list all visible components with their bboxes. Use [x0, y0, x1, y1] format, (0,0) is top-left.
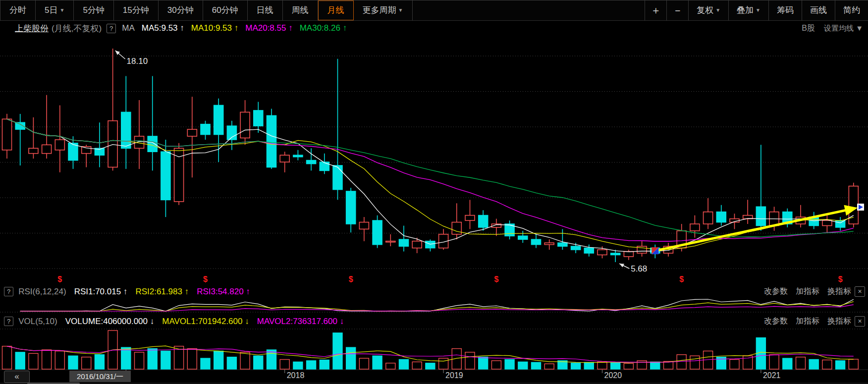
legend-link-设置均线[interactable]: 设置均线 ▼ — [824, 24, 863, 33]
candle — [558, 229, 567, 250]
toolbar-button-筹码[interactable]: 筹码 — [768, 0, 802, 20]
volume-bar — [333, 333, 342, 369]
candle — [690, 216, 700, 238]
candle — [426, 239, 435, 251]
dividend-marker[interactable]: $ — [494, 275, 498, 283]
candle — [359, 217, 369, 241]
candle — [29, 117, 38, 159]
dividend-marker[interactable]: $ — [679, 275, 684, 283]
candle — [121, 76, 131, 169]
tab-30分钟[interactable]: 30分钟 — [159, 0, 203, 20]
rsi-close-icon[interactable]: × — [855, 286, 865, 297]
vol-help-icon[interactable]: ? — [4, 317, 13, 326]
volume-bar — [254, 356, 263, 369]
toolbar-button-简约[interactable]: 简约 — [835, 0, 868, 20]
candle — [465, 200, 475, 229]
volume-bar — [730, 360, 739, 370]
toolbar-button-叠加[interactable]: 叠加▼ — [728, 0, 768, 20]
volume-bar — [611, 363, 620, 369]
volume-bar — [664, 361, 673, 369]
dividend-marker[interactable]: $ — [203, 275, 208, 283]
panel-link-换指标[interactable]: 换指标 — [827, 316, 851, 327]
candle — [439, 229, 448, 250]
tab-日线[interactable]: 日线 — [248, 0, 283, 20]
panel-link-改参数[interactable]: 改参数 — [764, 286, 788, 297]
vol-header: ? VOL(5,10) VOLUME:406000.000 ↓MAVOL1:70… — [0, 314, 868, 329]
volume-bar — [29, 353, 38, 369]
volume-bar — [651, 362, 660, 369]
volume-bar — [479, 357, 488, 369]
candle — [15, 114, 25, 165]
volume-bar — [227, 357, 236, 369]
dividend-marker[interactable]: $ — [57, 275, 62, 283]
volume-bar — [836, 361, 845, 369]
candle — [201, 121, 210, 140]
help-icon[interactable]: ? — [107, 24, 116, 33]
candle — [267, 109, 276, 168]
volume-bar — [148, 349, 157, 369]
candle — [214, 99, 223, 162]
collapse-left-button[interactable]: « — [4, 371, 30, 383]
volume-bar — [532, 362, 541, 369]
legend-right-links: B股设置均线 ▼ — [793, 21, 863, 36]
tab-5分钟[interactable]: 5分钟 — [74, 0, 113, 20]
candle — [68, 136, 78, 169]
tab-5日[interactable]: 5日▼ — [36, 0, 74, 20]
candle — [479, 210, 488, 231]
chevron-down-icon: ▼ — [398, 7, 403, 13]
ma-values: MA5:9.53 ↑MA10:9.53 ↑MA20:8.55 ↑MA30:8.2… — [135, 23, 347, 33]
volume-bar — [373, 356, 382, 369]
tab-15分钟[interactable]: 15分钟 — [114, 0, 159, 20]
volume-bar — [320, 360, 329, 369]
rsi-help-icon[interactable]: ? — [4, 287, 13, 296]
date-axis: « 2016/10/31/一 2018201920202021 — [0, 370, 868, 383]
panel-link-改参数[interactable]: 改参数 — [764, 316, 788, 327]
low-price-annotation: 5.68 — [631, 264, 647, 274]
candle — [849, 183, 858, 227]
high-price-annotation: 18.10 — [127, 56, 148, 66]
ma-legend-value: MA30:8.26 ↑ — [300, 23, 347, 33]
stock-name[interactable]: 上柴股份 — [15, 23, 49, 34]
dividend-marker[interactable]: $ — [349, 275, 353, 283]
volume-bar — [584, 362, 594, 369]
toolbar-button-＋[interactable]: ＋ — [645, 0, 666, 20]
panel-link-换指标[interactable]: 换指标 — [827, 286, 851, 297]
first-bar-date-label: 2016/10/31/一 — [69, 371, 131, 382]
candle — [716, 205, 726, 226]
candle — [55, 106, 64, 172]
toolbar-button-复权[interactable]: 复权▼ — [688, 0, 728, 20]
indicator-value: MAVOL2:736317.600 ↓ — [257, 317, 344, 326]
toolbar: 分时5日▼5分钟15分钟30分钟60分钟日线周线月线更多周期▼ ＋－复权▼叠加▼… — [0, 0, 868, 21]
tab-60分钟[interactable]: 60分钟 — [203, 0, 248, 20]
indicator-value: RSI3:54.820 ↑ — [197, 287, 250, 296]
tab-周线[interactable]: 周线 — [283, 0, 318, 20]
tab-更多周期[interactable]: 更多周期▼ — [354, 0, 413, 20]
legend-link-B股[interactable]: B股 — [802, 23, 815, 34]
candle — [280, 152, 289, 172]
candle — [756, 145, 765, 231]
tab-分时[interactable]: 分时 — [0, 0, 36, 20]
dividend-marker[interactable]: $ — [838, 275, 843, 283]
volume-bar — [359, 358, 369, 369]
volume-bar — [597, 362, 607, 369]
rsi6-line — [20, 299, 854, 311]
volume-bar — [187, 349, 197, 369]
volume-bar — [769, 355, 779, 369]
candle — [333, 59, 342, 200]
candle — [254, 102, 263, 133]
rsi-title[interactable]: RSI(6,12,24) — [18, 287, 66, 297]
panel-link-加指标[interactable]: 加指标 — [796, 286, 819, 297]
ma20-line — [7, 119, 854, 241]
panel-link-加指标[interactable]: 加指标 — [796, 316, 819, 327]
candle — [637, 241, 647, 257]
period-tabs: 分时5日▼5分钟15分钟30分钟60分钟日线周线月线更多周期▼ — [0, 0, 413, 20]
volume-bar — [280, 360, 289, 370]
indicator-legend: 上柴股份 (月线,不复权) ? MA MA5:9.53 ↑MA10:9.53 ↑… — [0, 21, 868, 36]
tab-月线[interactable]: 月线 — [318, 0, 354, 20]
toolbar-button-－[interactable]: － — [666, 0, 688, 20]
toolbar-button-画线[interactable]: 画线 — [802, 0, 835, 20]
vol-title[interactable]: VOL(5,10) — [18, 317, 57, 327]
ma5-line — [7, 119, 854, 252]
volume-bar — [439, 358, 448, 369]
vol-close-icon[interactable]: × — [855, 316, 865, 327]
